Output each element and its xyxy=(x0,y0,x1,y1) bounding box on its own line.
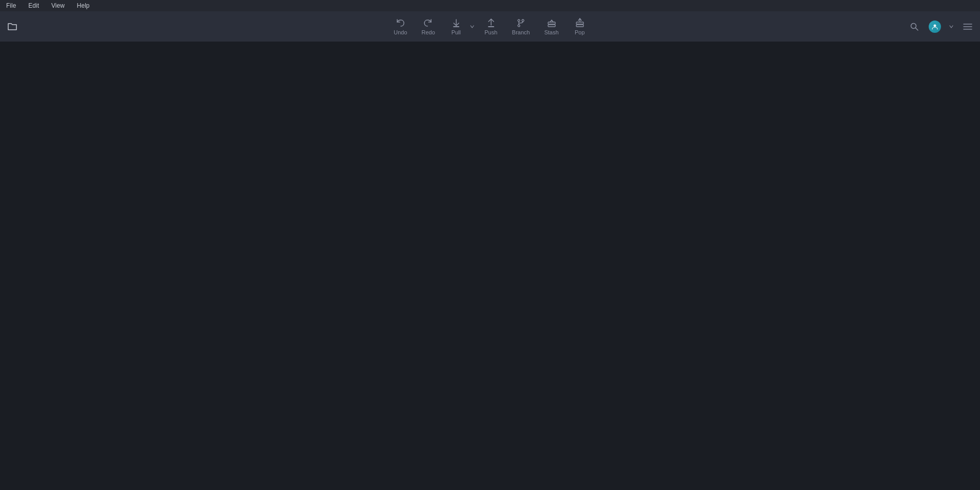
push-button[interactable]: Push xyxy=(478,16,504,37)
svg-point-10 xyxy=(934,24,936,27)
redo-label: Redo xyxy=(422,29,435,35)
user-avatar xyxy=(929,21,941,33)
branch-label: Branch xyxy=(512,29,530,35)
menu-file[interactable]: File xyxy=(4,1,18,10)
menu-bar: File Edit View Help xyxy=(0,0,980,11)
undo-label: Undo xyxy=(394,29,407,35)
svg-rect-5 xyxy=(548,25,555,27)
toolbar: Undo Redo Pull xyxy=(0,11,980,42)
pop-button[interactable]: Pop xyxy=(567,16,593,37)
main-content xyxy=(0,42,980,490)
svg-rect-7 xyxy=(576,25,583,27)
toolbar-left xyxy=(4,18,25,35)
branch-button[interactable]: Branch xyxy=(506,16,536,37)
menu-edit[interactable]: Edit xyxy=(26,1,41,10)
undo-button[interactable]: Undo xyxy=(387,16,413,37)
svg-rect-1 xyxy=(488,26,494,27)
menu-view[interactable]: View xyxy=(49,1,67,10)
pull-label: Pull xyxy=(452,29,461,35)
hamburger-menu-button[interactable] xyxy=(959,18,976,35)
open-folder-button[interactable] xyxy=(4,18,21,35)
push-label: Push xyxy=(484,29,497,35)
menu-help[interactable]: Help xyxy=(75,1,92,10)
stash-label: Stash xyxy=(544,29,559,35)
search-button[interactable] xyxy=(906,18,923,35)
redo-button[interactable]: Redo xyxy=(416,16,441,37)
pull-group: Pull xyxy=(443,16,476,37)
svg-rect-6 xyxy=(548,22,555,24)
svg-rect-8 xyxy=(576,22,583,24)
stash-button[interactable]: Stash xyxy=(538,16,565,37)
svg-rect-0 xyxy=(453,26,459,27)
pop-label: Pop xyxy=(575,29,585,35)
toolbar-center: Undo Redo Pull xyxy=(387,16,593,37)
user-dropdown-button[interactable] xyxy=(947,18,955,35)
toolbar-right xyxy=(906,18,976,35)
pull-button[interactable]: Pull xyxy=(443,16,469,37)
pull-dropdown-button[interactable] xyxy=(468,23,476,31)
user-avatar-button[interactable] xyxy=(927,18,943,35)
